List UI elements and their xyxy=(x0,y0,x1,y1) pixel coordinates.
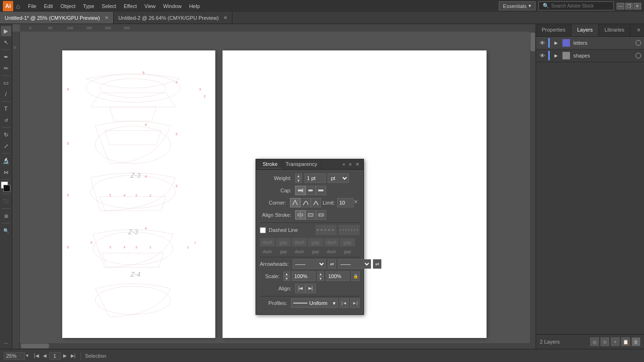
align-right-btn[interactable] xyxy=(305,284,316,293)
panel-menu[interactable]: ≡ xyxy=(634,24,644,36)
stroke-tab-stroke[interactable]: Stroke xyxy=(259,160,282,169)
zoom-tool[interactable]: 🔍 xyxy=(1,225,11,236)
limit-x-button[interactable]: ✕ xyxy=(354,199,360,206)
next-page[interactable]: ▶ xyxy=(62,352,68,359)
align-inside[interactable] xyxy=(305,210,316,220)
menu-view[interactable]: View xyxy=(141,2,159,10)
cap-butt[interactable] xyxy=(295,186,305,195)
dash-1[interactable] xyxy=(260,238,275,247)
artboard-tool[interactable]: ⊞ xyxy=(1,211,11,221)
gap-2[interactable] xyxy=(308,238,323,247)
scale-end-up[interactable]: ▲ xyxy=(317,272,324,276)
link-scale[interactable]: 🔒 xyxy=(351,272,360,281)
zoom-dropdown-arrow[interactable]: ▾ xyxy=(26,353,29,359)
rotate-tool[interactable]: ↻ xyxy=(1,130,11,140)
scale-start-input[interactable] xyxy=(292,272,315,281)
menu-window[interactable]: Window xyxy=(160,2,185,10)
layer-shapes[interactable]: 👁 ▶ shapes xyxy=(536,49,644,62)
arrowhead-end[interactable]: —— Arrow xyxy=(338,259,371,269)
flip-profile-v[interactable]: ►| xyxy=(350,298,360,308)
layer-letters-target[interactable] xyxy=(636,40,641,46)
delete-layer-icon[interactable]: 🗑 xyxy=(632,337,640,346)
brush-tool[interactable]: ✏ xyxy=(1,63,11,74)
last-page[interactable]: ▶| xyxy=(69,352,77,359)
swap-arrowheads[interactable]: ⇄ xyxy=(328,259,336,269)
locate-object-icon[interactable]: ◎ xyxy=(590,337,599,346)
arrowhead-options[interactable]: ⇄ xyxy=(373,259,381,269)
tab-libraries[interactable]: Libraries xyxy=(599,24,630,36)
stroke-panel-header[interactable]: Stroke Transparency « ≡ ✕ xyxy=(256,159,363,170)
cap-round[interactable] xyxy=(305,186,316,195)
scrollbar-horizontal[interactable] xyxy=(20,343,530,349)
prev-page[interactable]: ◀ xyxy=(41,352,48,359)
scale-tool[interactable]: ⤢ xyxy=(1,141,11,151)
close-button[interactable]: ✕ xyxy=(634,3,641,9)
page-input[interactable] xyxy=(49,352,61,360)
dashed-pattern-2[interactable] xyxy=(339,225,360,235)
layer-letters-visibility[interactable]: 👁 xyxy=(539,40,545,46)
selection-tool[interactable]: ▶ xyxy=(1,26,11,36)
menu-object[interactable]: Object xyxy=(57,2,79,10)
make-clipping-mask[interactable]: ⊙ xyxy=(601,337,609,346)
layer-shapes-target[interactable] xyxy=(636,53,641,58)
workspace-dropdown[interactable]: Essentials ▾ xyxy=(499,1,536,10)
pen-tool[interactable]: ✒ xyxy=(1,52,11,62)
first-page[interactable]: |◀ xyxy=(33,352,41,359)
collapse-icon[interactable]: « xyxy=(341,162,347,167)
menu-select[interactable]: Select xyxy=(99,2,120,10)
align-left-btn[interactable] xyxy=(295,284,305,293)
background-swatch[interactable] xyxy=(3,185,10,192)
corner-round[interactable] xyxy=(300,198,311,207)
arrowhead-start[interactable]: —— Arrow xyxy=(293,259,326,269)
tab-close-2[interactable]: ✕ xyxy=(223,15,227,20)
menu-help[interactable]: Help xyxy=(186,2,203,10)
scale-start-down[interactable]: ▼ xyxy=(283,276,290,281)
direct-selection-tool[interactable]: ↖ xyxy=(1,37,11,48)
weight-input[interactable] xyxy=(305,173,326,183)
tab-properties[interactable]: Properties xyxy=(536,24,571,36)
more-tools[interactable]: ... xyxy=(1,337,11,347)
profiles-dropdown[interactable]: Uniform ▾ xyxy=(291,298,338,308)
panel-menu-icon[interactable]: ≡ xyxy=(347,162,353,167)
gap-3[interactable] xyxy=(340,238,355,247)
scrollbar-vertical[interactable] xyxy=(530,32,536,349)
flip-profile[interactable]: |◄ xyxy=(339,298,349,308)
blend-tool[interactable]: ⋈ xyxy=(1,167,11,177)
menu-file[interactable]: File xyxy=(25,2,40,10)
new-layer-icon[interactable]: 📋 xyxy=(621,337,630,346)
type-tool[interactable]: T xyxy=(1,104,11,114)
weight-unit[interactable]: pt px mm xyxy=(328,173,349,183)
search-box[interactable]: 🔍 Search Adobe Stock xyxy=(538,1,614,10)
spiral-tool[interactable]: ↺ xyxy=(1,115,11,125)
scale-start-up[interactable]: ▲ xyxy=(283,272,290,276)
zoom-input[interactable] xyxy=(4,352,25,360)
canvas-area[interactable]: 050100 150200250 0 xyxy=(12,24,536,349)
restore-button[interactable]: ❐ xyxy=(625,3,633,9)
dashed-pattern-1[interactable] xyxy=(315,225,337,235)
dashed-line-checkbox[interactable] xyxy=(260,227,266,233)
tab-untitled-2[interactable]: Untitled-2 @ 26.64% (CMYK/GPU Preview) ✕ xyxy=(114,12,232,24)
scale-end-down[interactable]: ▼ xyxy=(317,276,324,281)
limit-input[interactable] xyxy=(337,198,354,207)
layer-shapes-visibility[interactable]: 👁 xyxy=(539,52,545,59)
zoom-control[interactable]: ▾ xyxy=(4,352,29,360)
layer-letters[interactable]: 👁 ▶ letters xyxy=(536,37,644,49)
align-outside[interactable] xyxy=(316,210,326,220)
line-tool[interactable]: / xyxy=(1,89,11,99)
corner-miter[interactable] xyxy=(290,198,300,207)
rectangle-tool[interactable]: ▭ xyxy=(1,78,11,88)
cap-projecting[interactable] xyxy=(316,186,326,195)
layer-shapes-expand[interactable]: ▶ xyxy=(553,52,559,59)
screen-mode[interactable]: ⬛ xyxy=(1,196,11,206)
eyedropper-tool[interactable]: 🔬 xyxy=(1,156,11,166)
new-sublayer-icon[interactable]: + xyxy=(611,337,619,346)
home-icon[interactable]: ⌂ xyxy=(16,2,20,10)
menu-effect[interactable]: Effect xyxy=(120,2,140,10)
tab-layers[interactable]: Layers xyxy=(571,24,599,36)
dash-3[interactable] xyxy=(324,238,339,247)
gap-1[interactable] xyxy=(276,238,291,247)
stroke-tab-transparency[interactable]: Transparency xyxy=(282,160,322,169)
menu-type[interactable]: Type xyxy=(80,2,98,10)
tab-untitled-1[interactable]: Untitled-1* @ 25% (CMYK/GPU Preview) ✕ xyxy=(0,12,114,24)
tab-close-1[interactable]: ✕ xyxy=(105,15,108,20)
